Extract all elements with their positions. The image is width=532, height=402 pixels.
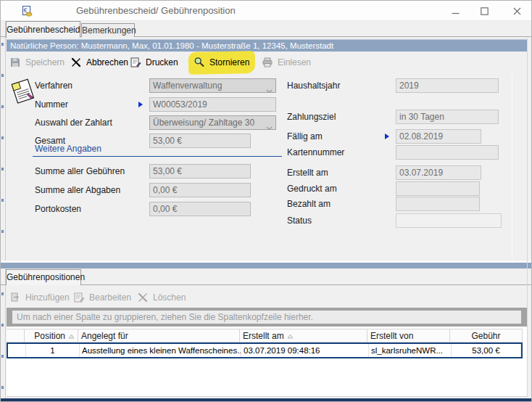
close-button[interactable] bbox=[501, 1, 532, 21]
sort-asc-icon bbox=[287, 331, 294, 341]
add-position-label: Hinzufügen bbox=[25, 292, 70, 303]
nummer-label: Nummer bbox=[35, 99, 68, 110]
summe-gebuehren-value: 53,00 € bbox=[153, 166, 182, 176]
minimize-button[interactable] bbox=[441, 1, 469, 21]
floppy-disk-icon bbox=[9, 57, 21, 68]
erstellt-am-field[interactable]: 03.07.2019 bbox=[396, 165, 481, 180]
portokosten-value: 0,00 € bbox=[153, 204, 177, 214]
haushaltsjahr-label: Haushaltsjahr bbox=[287, 81, 340, 91]
print-form-icon bbox=[130, 57, 141, 68]
status-label: Status bbox=[287, 216, 312, 226]
header-erstellt-von-label: Erstellt von bbox=[370, 331, 413, 341]
tab-bemerkungen[interactable]: Bemerkungen bbox=[81, 23, 135, 37]
bezahlt-am-field[interactable] bbox=[396, 197, 480, 211]
edit-form-icon bbox=[73, 292, 85, 303]
header-erstellt-am-label: Erstellt am bbox=[243, 331, 284, 341]
header-angelegt-fuer-label: Angelegt für bbox=[81, 331, 128, 341]
faellig-am-field[interactable]: 02.08.2019 bbox=[396, 129, 481, 144]
cancel-button[interactable]: Abbrechen bbox=[70, 54, 128, 70]
printer-icon bbox=[262, 57, 273, 68]
header-angelegt-fuer[interactable]: Angelegt für bbox=[78, 329, 240, 342]
faellig-am-value: 02.08.2019 bbox=[399, 131, 443, 141]
edit-position-label: Bearbeiten bbox=[89, 292, 131, 303]
app-window: € Gebührenbescheid/ Gebührenposition Geb… bbox=[0, 0, 532, 402]
save-button[interactable]: Speichern bbox=[9, 54, 65, 70]
portokosten-field[interactable]: 0,00 € bbox=[149, 202, 251, 216]
erstellt-am-value: 03.07.2019 bbox=[399, 168, 443, 178]
person-banner: Natürliche Person: Mustermann, Max, 01.0… bbox=[7, 39, 527, 52]
storno-button[interactable]: Stornieren bbox=[194, 54, 249, 70]
euro-document-icon: € bbox=[21, 5, 33, 17]
panel-edge bbox=[512, 73, 512, 260]
row-erstellt-am-cell: 03.07.2019 09:48:16 bbox=[241, 344, 369, 357]
add-page-icon bbox=[9, 292, 21, 303]
jump-arrow-icon bbox=[385, 134, 389, 139]
maximize-button[interactable] bbox=[470, 1, 498, 21]
delete-position-button[interactable]: Löschen bbox=[137, 290, 186, 305]
cancel-label: Abbrechen bbox=[86, 57, 128, 67]
x-icon bbox=[70, 57, 82, 68]
summe-abgaben-label: Summe aller Abgaben bbox=[35, 185, 120, 195]
summe-gebuehren-field[interactable]: 53,00 € bbox=[149, 164, 251, 179]
window-title: Gebührenbescheid/ Gebührenposition bbox=[76, 1, 236, 21]
header-position[interactable]: Position bbox=[25, 329, 78, 342]
panel-edge bbox=[527, 38, 528, 397]
verfahren-label: Verfahren bbox=[35, 81, 72, 91]
grid-header: Position Angelegt für Erstellt am Erstel… bbox=[7, 329, 523, 342]
nummer-field[interactable]: W00053/2019 bbox=[149, 97, 276, 112]
window-bottom-edge bbox=[1, 398, 532, 402]
gedruckt-am-label: Gedruckt am bbox=[287, 184, 337, 194]
row-erstellt-von-cell: sl_karlsruheNWR... bbox=[369, 344, 452, 357]
add-position-button[interactable]: Hinzufügen bbox=[9, 290, 70, 305]
group-by-hint: Um nach einer Spalte zu gruppieren, zieh… bbox=[12, 311, 521, 324]
header-erstellt-am[interactable]: Erstellt am bbox=[240, 329, 367, 342]
gedruckt-am-field[interactable] bbox=[396, 181, 480, 196]
import-label: Einlesen bbox=[278, 57, 311, 67]
nummer-value: W00053/2019 bbox=[153, 99, 207, 110]
kartennummer-field[interactable] bbox=[396, 145, 499, 160]
summe-gebuehren-label: Summe aller Gebühren bbox=[35, 166, 125, 176]
delete-position-label: Löschen bbox=[153, 292, 186, 303]
sort-asc-icon bbox=[68, 331, 75, 341]
magnifier-icon bbox=[194, 57, 205, 68]
edit-position-button[interactable]: Bearbeiten bbox=[73, 290, 131, 305]
header-erstellt-von[interactable]: Erstellt von bbox=[367, 329, 450, 342]
faellig-am-label: Fällig am bbox=[287, 131, 323, 141]
weitere-angaben-link[interactable]: Weitere Angaben bbox=[33, 144, 282, 157]
header-position-label: Position bbox=[34, 331, 65, 341]
import-button[interactable]: Einlesen bbox=[262, 54, 311, 70]
kartennummer-label: Kartennummer bbox=[287, 147, 344, 157]
zahlart-select[interactable]: Überweisung/ Zahltage 30 bbox=[149, 115, 276, 130]
x-icon bbox=[137, 292, 149, 303]
chevron-down-icon bbox=[266, 121, 273, 130]
storno-label: Stornieren bbox=[209, 57, 249, 67]
zahlungsziel-field[interactable]: in 30 Tagen bbox=[396, 110, 499, 124]
jump-arrow-icon bbox=[138, 102, 143, 107]
row-position-cell: 1 bbox=[26, 344, 80, 357]
table-row[interactable]: 1 Ausstellung eines kleinen Waffenschein… bbox=[7, 342, 523, 358]
header-indicator-column bbox=[7, 329, 25, 342]
horizontal-splitter[interactable] bbox=[1, 263, 532, 268]
print-button[interactable]: Drucken bbox=[130, 54, 178, 70]
print-label: Drucken bbox=[146, 57, 178, 67]
titlebar: € Gebührenbescheid/ Gebührenposition bbox=[1, 1, 532, 21]
notes-icon bbox=[8, 76, 38, 107]
header-gebuehr[interactable]: Gebühr bbox=[450, 329, 523, 342]
row-angelegt-fuer-cell: Ausstellung eines kleinen Waffenscheines… bbox=[80, 344, 241, 357]
dock-strip bbox=[1, 21, 6, 398]
summe-abgaben-field[interactable]: 0,00 € bbox=[149, 183, 251, 197]
verfahren-select[interactable]: Waffenverwaltung bbox=[149, 78, 276, 93]
row-gebuehr-cell: 53,00 € bbox=[452, 344, 521, 357]
haushaltsjahr-value: 2019 bbox=[399, 81, 419, 91]
group-by-panel: Um nach einer Spalte zu gruppieren, zieh… bbox=[7, 308, 527, 327]
status-field[interactable] bbox=[396, 213, 502, 228]
zahlungsziel-label: Zahlungsziel bbox=[287, 112, 336, 122]
save-label: Speichern bbox=[25, 57, 65, 67]
haushaltsjahr-field[interactable]: 2019 bbox=[396, 78, 499, 93]
tab-gebuehrenbescheid[interactable]: Gebührenbescheid bbox=[6, 21, 80, 38]
row-indicator-cell bbox=[8, 344, 26, 357]
zahlungsziel-value: in 30 Tagen bbox=[399, 112, 444, 122]
verfahren-value: Waffenverwaltung bbox=[153, 81, 222, 91]
tab-gebuehrenpositionen[interactable]: Gebührenpositionen bbox=[6, 269, 81, 285]
summe-abgaben-value: 0,00 € bbox=[153, 185, 177, 195]
